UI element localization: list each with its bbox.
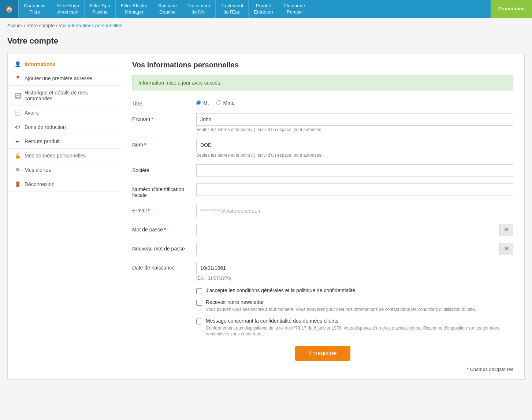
breadcrumb-accueil[interactable]: Accueil <box>7 23 23 28</box>
mdp-input[interactable] <box>196 224 513 236</box>
newsletter-row: Recevoir notre newsletter Vous pouvez vo… <box>196 299 513 313</box>
sidebar-label-bons: Bons de réduction <box>25 124 66 130</box>
new-mdp-row: Nouveau mot de passe 👁 <box>132 243 513 255</box>
sidebar-item-informations[interactable]: 👤Informations <box>8 57 121 71</box>
radio-mr-label[interactable]: M. <box>196 100 209 106</box>
nom-row: Nom* Seules les lettres et le point (.),… <box>132 139 513 158</box>
prenom-hint: Seules les lettres et le point (.), suiv… <box>196 127 513 132</box>
email-input[interactable] <box>196 205 513 217</box>
nav-item-electro[interactable]: Filtre Electro Ménager <box>115 0 153 18</box>
fiscal-label: Numéro d'identification fiscale <box>132 183 196 198</box>
radio-mme-label[interactable]: Mme <box>216 100 235 106</box>
sidebar-label-retours: Retours produit <box>25 138 60 144</box>
mdp-eye-button[interactable]: 👁 <box>499 224 513 236</box>
sidebar-item-adresse[interactable]: 📍Ajouter une première adresse <box>8 71 121 86</box>
save-button[interactable]: Enregistrer <box>295 346 350 361</box>
nom-field: Seules les lettres et le point (.), suiv… <box>196 139 513 158</box>
email-row: E-mail* <box>132 205 513 217</box>
nav-item-plomberie[interactable]: Plomberie Pompe <box>278 0 310 18</box>
titre-field: M. Mme <box>196 98 513 106</box>
societe-label: Société <box>132 164 196 173</box>
sidebar-label-informations: Informations <box>25 61 56 67</box>
avoirs-icon: 📄 <box>14 110 21 116</box>
nav-item-cartouche[interactable]: Cartouche Filtre <box>18 0 51 18</box>
breadcrumb: Accueil / Votre compte / Vos information… <box>0 18 532 33</box>
sidebar-item-deconnexion[interactable]: 🚪Déconnexion <box>8 177 121 192</box>
nav-item-produit[interactable]: Produit Entretien <box>248 0 278 18</box>
sidebar-label-donnees: Mes données personnelles <box>25 153 86 159</box>
nav-item-frigo[interactable]: Filtre Frigo Américain <box>51 0 84 18</box>
privacy-sub: Conformément aux dispositions de la loi … <box>206 325 513 338</box>
prenom-input[interactable] <box>196 113 513 126</box>
mandatory-text: Champs obligatoires <box>470 367 513 372</box>
main-content: Vos informations personnelles Informatio… <box>121 53 524 379</box>
bons-icon: 🏷 <box>14 124 21 130</box>
prenom-row: Prénom* Seules les lettres et le point (… <box>132 113 513 132</box>
top-navigation: 🏠 Cartouche FiltreFiltre Frigo Américain… <box>0 0 532 18</box>
dob-field: (Ex. : 31/05/1970) <box>196 262 513 281</box>
cgv-checkbox[interactable] <box>196 288 202 294</box>
sidebar-label-alertes: Mes alertes <box>25 167 51 173</box>
nav-item-spa[interactable]: Filtre Spa Piscine <box>84 0 115 18</box>
mdp-row: Mot de passe* 👁 <box>132 224 513 236</box>
sidebar-label-historique: Historique et détails de mes commandes <box>25 90 114 101</box>
newsletter-sub: Vous pouvez vous désinscrire à tout mome… <box>206 306 476 313</box>
new-mdp-eye-button[interactable]: 👁 <box>499 243 513 255</box>
sidebar-label-avoirs: Avoirs <box>25 110 39 116</box>
privacy-checkbox[interactable] <box>196 319 202 324</box>
sidebar-item-historique[interactable]: 🔄Historique et détails de mes commandes <box>8 86 121 106</box>
mdp-label: Mot de passe* <box>132 224 196 233</box>
adresse-icon: 📍 <box>14 75 21 81</box>
content-title: Vos informations personnelles <box>132 61 513 69</box>
radio-mme-text: Mme <box>223 100 235 106</box>
societe-input[interactable] <box>196 164 513 177</box>
newsletter-checkbox[interactable] <box>196 300 202 306</box>
sidebar-label-deconnexion: Déconnexion <box>25 181 55 187</box>
sidebar-label-adresse: Ajouter une première adresse <box>25 75 92 81</box>
nom-label: Nom* <box>132 139 196 148</box>
dob-row: Date de naissance (Ex. : 31/05/1970) <box>132 262 513 281</box>
home-button[interactable]: 🏠 <box>0 0 18 18</box>
breadcrumb-compte[interactable]: Votre compte <box>27 23 55 28</box>
deconnexion-icon: 🚪 <box>14 181 21 187</box>
nav-item-eau[interactable]: Traitement de l'Eau <box>215 0 249 18</box>
sidebar-item-alertes[interactable]: ✉Mes alertes <box>8 163 121 177</box>
titre-row: Titre M. Mme <box>132 98 513 107</box>
mdp-field: 👁 <box>196 224 513 236</box>
dob-hint: (Ex. : 31/05/1970) <box>196 276 513 281</box>
breadcrumb-current: Vos informations personnelles <box>59 23 122 28</box>
sidebar: 👤Informations📍Ajouter une première adres… <box>8 53 121 379</box>
prenom-field: Seules les lettres et le point (.), suiv… <box>196 113 513 132</box>
nav-item-sanitaire[interactable]: Sanitaire Douche <box>153 0 182 18</box>
radio-mr-text: M. <box>203 100 209 106</box>
promotions-nav-item[interactable]: Promotions <box>491 0 532 18</box>
mandatory-star: * <box>467 367 469 372</box>
new-mdp-input[interactable] <box>196 243 513 255</box>
societe-field <box>196 164 513 177</box>
sidebar-item-retours[interactable]: ↩Retours produit <box>8 134 121 149</box>
sidebar-item-bons[interactable]: 🏷Bons de réduction <box>8 120 121 134</box>
titre-label: Titre <box>132 98 196 107</box>
dob-input[interactable] <box>196 262 513 274</box>
cgv-label: J'accepte les conditions générales et la… <box>206 287 355 293</box>
new-mdp-field: 👁 <box>196 243 513 255</box>
success-alert: Information mise à jour avec succès. <box>132 75 513 90</box>
nav-item-air[interactable]: Traitement de l'Air <box>182 0 215 18</box>
breadcrumb-sep1: / <box>24 23 27 28</box>
retours-icon: ↩ <box>14 138 21 144</box>
prenom-label: Prénom* <box>132 113 196 122</box>
privacy-label: Message concernant la confidentialité de… <box>206 318 513 324</box>
societe-row: Société <box>132 164 513 177</box>
alertes-icon: ✉ <box>14 167 21 173</box>
radio-mme[interactable] <box>216 100 221 105</box>
informations-icon: 👤 <box>14 61 21 67</box>
page-title: Votre compte <box>7 36 525 46</box>
save-section: Enregistrer <box>132 346 513 361</box>
fiscal-input[interactable] <box>196 183 513 196</box>
cgv-row: J'accepte les conditions générales et la… <box>196 287 513 294</box>
sidebar-item-avoirs[interactable]: 📄Avoirs <box>8 106 121 120</box>
nom-input[interactable] <box>196 139 513 151</box>
radio-mr[interactable] <box>196 100 201 105</box>
email-label: E-mail* <box>132 205 196 213</box>
sidebar-item-donnees[interactable]: 🔒Mes données personnelles <box>8 149 121 163</box>
